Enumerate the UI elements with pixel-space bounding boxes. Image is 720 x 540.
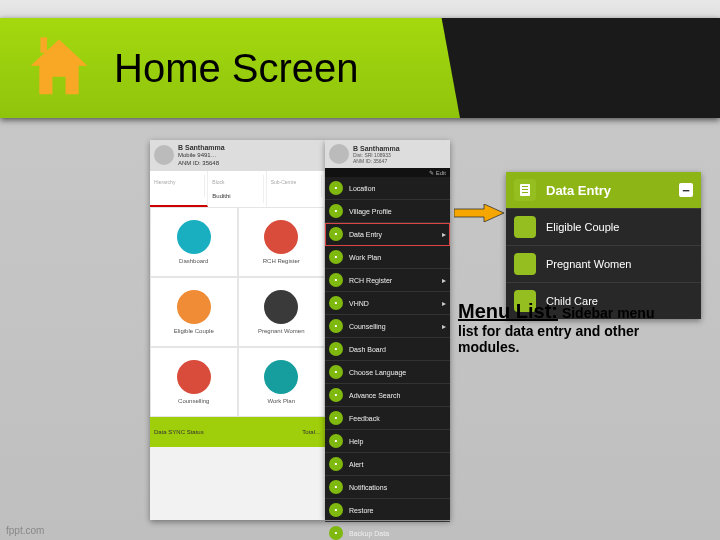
menu-item-label: VHND (349, 300, 369, 307)
menu-item-label: Location (349, 185, 375, 192)
phoneA-cell[interactable]: Pregnant Women (238, 277, 326, 347)
phoneA-crumbs: Hierarchy BlockBudithi Sub-Centre (150, 171, 325, 207)
phoneA-user-anm: ANM ID: 35648 (178, 160, 225, 167)
phoneB-menu-list: •Location•Village Profile•Data Entry▸•Wo… (325, 177, 450, 540)
menu-item-icon: • (329, 503, 343, 517)
menu-item-icon: • (329, 296, 343, 310)
menu-item-label: Notifications (349, 484, 387, 491)
callout-body: list for data entry and other modules. (458, 323, 693, 355)
menu-item[interactable]: •Data Entry▸ (325, 223, 450, 246)
menu-item-icon: • (329, 181, 343, 195)
edit-profile-link[interactable]: ✎ Edit (325, 168, 450, 177)
menu-item-label: Advance Search (349, 392, 400, 399)
submenu-item-icon (514, 216, 536, 238)
menu-item[interactable]: •Dash Board (325, 338, 450, 361)
footer-credit: fppt.com (6, 525, 44, 536)
menu-item[interactable]: •Backup Data (325, 522, 450, 540)
menu-item[interactable]: •Feedback (325, 407, 450, 430)
submenu-item-label: Eligible Couple (546, 221, 619, 233)
collapse-icon[interactable]: − (679, 183, 693, 197)
phoneA-user-name: B Santhamma (178, 144, 225, 152)
phoneA-cell[interactable]: Eligible Couple (150, 277, 238, 347)
arrow-icon (454, 204, 504, 222)
svg-rect-3 (522, 186, 528, 187)
module-icon (264, 220, 298, 254)
avatar (329, 144, 349, 164)
menu-item-icon: • (329, 480, 343, 494)
menu-item[interactable]: •Choose Language (325, 361, 450, 384)
menu-item-label: Feedback (349, 415, 380, 422)
menu-item[interactable]: •Village Profile (325, 200, 450, 223)
phoneA-cell[interactable]: Work Plan (238, 347, 326, 417)
submenu-item[interactable]: Eligible Couple (506, 208, 701, 245)
module-icon (177, 290, 211, 324)
module-caption: RCH Register (263, 258, 300, 264)
menu-item-icon: • (329, 319, 343, 333)
submenu-item-icon (514, 253, 536, 275)
avatar (154, 145, 174, 165)
menu-item-icon: • (329, 273, 343, 287)
module-icon (264, 360, 298, 394)
expand-icon[interactable]: ▸ (442, 276, 446, 285)
menu-item-label: Village Profile (349, 208, 392, 215)
phone-home-screenshot: B Santhamma Mobile 9491… ANM ID: 35648 H… (150, 140, 325, 520)
menu-item[interactable]: •Counselling▸ (325, 315, 450, 338)
submenu-header[interactable]: Data Entry − (506, 172, 701, 208)
phoneA-user-mobile: Mobile 9491… (178, 152, 225, 159)
phone-menu-screenshot: B Santhamma Dist: SRI 108933 ANM ID: 356… (325, 140, 450, 520)
svg-rect-4 (522, 189, 528, 190)
menu-item-icon: • (329, 434, 343, 448)
module-caption: Eligible Couple (174, 328, 214, 334)
menu-item[interactable]: •Work Plan (325, 246, 450, 269)
callout-lead: Menu List: (458, 300, 558, 322)
module-caption: Work Plan (267, 398, 295, 404)
phoneA-grid: DashboardRCH RegisterEligible CouplePreg… (150, 207, 325, 417)
expand-icon[interactable]: ▸ (442, 230, 446, 239)
submenu-item-label: Pregnant Women (546, 258, 631, 270)
submenu-item[interactable]: Pregnant Women (506, 245, 701, 282)
menu-item-icon: • (329, 204, 343, 218)
menu-item-label: Restore (349, 507, 374, 514)
menu-item[interactable]: •VHND▸ (325, 292, 450, 315)
title-banner: Home Screen (0, 18, 720, 118)
menu-item-label: Dash Board (349, 346, 386, 353)
menu-item-label: Help (349, 438, 363, 445)
callout-tail: Sidebar menu (558, 305, 654, 321)
menu-item[interactable]: •RCH Register▸ (325, 269, 450, 292)
phoneA-cell[interactable]: Dashboard (150, 207, 238, 277)
callout-text: Menu List: Sidebar menu list for data en… (458, 300, 693, 355)
expand-icon[interactable]: ▸ (442, 299, 446, 308)
menu-item[interactable]: •Advance Search (325, 384, 450, 407)
menu-item-label: Backup Data (349, 530, 389, 537)
phoneA-footer: Data SYNC Status Total… (150, 417, 325, 447)
phoneA-cell[interactable]: Counselling (150, 347, 238, 417)
module-caption: Pregnant Women (258, 328, 305, 334)
menu-item-label: RCH Register (349, 277, 392, 284)
menu-item-icon: • (329, 457, 343, 471)
phoneA-header: B Santhamma Mobile 9491… ANM ID: 35648 (150, 140, 325, 171)
menu-item-icon: • (329, 342, 343, 356)
module-icon (177, 220, 211, 254)
menu-item-icon: • (329, 388, 343, 402)
menu-item[interactable]: •Help (325, 430, 450, 453)
menu-item-label: Alert (349, 461, 363, 468)
submenu-title: Data Entry (546, 183, 611, 198)
phoneB-header: B Santhamma Dist: SRI 108933 ANM ID: 356… (325, 140, 450, 168)
menu-item[interactable]: •Restore (325, 499, 450, 522)
module-icon (177, 360, 211, 394)
banner-green-strip: Home Screen (0, 18, 460, 118)
menu-item-icon: • (329, 227, 343, 241)
menu-item-icon: • (329, 365, 343, 379)
data-entry-icon (514, 179, 536, 201)
module-caption: Counselling (178, 398, 209, 404)
data-entry-submenu: Data Entry − Eligible CouplePregnant Wom… (506, 172, 701, 319)
expand-icon[interactable]: ▸ (442, 322, 446, 331)
module-icon (264, 290, 298, 324)
phoneA-cell[interactable]: RCH Register (238, 207, 326, 277)
menu-item[interactable]: •Alert (325, 453, 450, 476)
module-caption: Dashboard (179, 258, 208, 264)
menu-item[interactable]: •Notifications (325, 476, 450, 499)
menu-item-icon: • (329, 411, 343, 425)
svg-rect-0 (40, 37, 47, 52)
menu-item[interactable]: •Location (325, 177, 450, 200)
